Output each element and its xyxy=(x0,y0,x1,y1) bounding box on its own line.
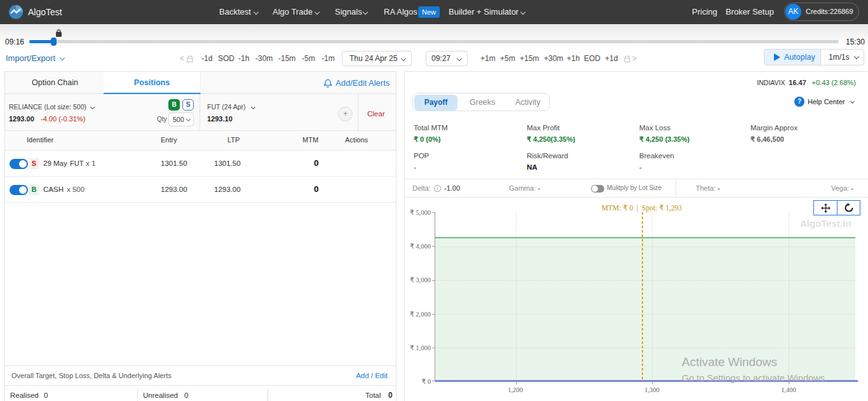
autoplay-group: Autoplay 1m/1s xyxy=(764,49,864,65)
payoff-chart xyxy=(435,212,855,381)
slider-track xyxy=(29,40,839,43)
nav-algotrade[interactable]: Algo Trade xyxy=(273,0,313,24)
toggle-2[interactable] xyxy=(10,185,28,195)
btn-sod[interactable]: SOD xyxy=(218,50,234,67)
btn--1d[interactable]: -1d xyxy=(201,50,212,67)
btn--30m[interactable]: -30m xyxy=(255,50,273,67)
tab-activity[interactable]: Activity xyxy=(515,93,541,112)
add-edit-alerts[interactable]: Add/Edit Alerts xyxy=(336,72,390,94)
activate-1: Activate Windows xyxy=(682,355,777,369)
tab-greeks[interactable]: Greeks xyxy=(470,93,495,112)
btn--5m[interactable]: -5m xyxy=(302,50,315,67)
autoplay-btn[interactable]: Autoplay xyxy=(764,50,820,65)
badge-new: New xyxy=(418,6,440,18)
controls-row: Import/Export < -1d SOD -1h -30m -15m -5… xyxy=(0,50,868,71)
greeks-bar: Delta: i -1.00 Gamma: - Mulitply by Lot … xyxy=(405,179,868,198)
btn--1m[interactable]: -1m xyxy=(322,50,335,67)
btn-eod[interactable]: EOD xyxy=(584,50,600,67)
nav-backtest[interactable]: Backtest xyxy=(219,0,251,24)
logo xyxy=(8,4,24,20)
btn-+15m[interactable]: +15m xyxy=(520,50,539,67)
btn--15m[interactable]: -15m xyxy=(278,50,295,67)
lot-toggle[interactable] xyxy=(591,185,604,193)
tab-positions[interactable]: Positions xyxy=(104,72,201,94)
position-row-2: B CASH x 500 1293.00 1293.00 0 xyxy=(5,177,396,203)
btn-+30m[interactable]: +30m xyxy=(544,50,563,67)
tab-option-chain[interactable]: Option Chain xyxy=(6,72,104,94)
btn-+1d[interactable]: +1d xyxy=(605,50,618,67)
header: AlgoTest Backtest Algo Trade Signals RA … xyxy=(0,0,868,24)
right-panel: INDIAVIX 16.47 +0.43 (2.68%) Payoff Gree… xyxy=(404,71,868,401)
instrument-row: RELIANCE (Lot size: 500) 1293.00 -4.00 (… xyxy=(5,94,396,131)
alerts-bar: Overall Target, Stop Loss, Delta & Under… xyxy=(5,365,396,386)
credits-pill[interactable]: AK Credits:226869 xyxy=(784,3,859,21)
btn-+1m[interactable]: +1m xyxy=(480,50,496,67)
help-center[interactable]: ? Help Center xyxy=(794,97,864,108)
btn--1h[interactable]: -1h xyxy=(238,50,249,67)
instrument-name[interactable]: RELIANCE (Lot size: 500) xyxy=(9,103,86,111)
slider-lock xyxy=(55,29,62,37)
nav-broker[interactable]: Broker Setup xyxy=(726,0,774,24)
tab-payoff[interactable]: Payoff xyxy=(414,95,458,111)
import-export[interactable]: Import/Export xyxy=(6,50,64,67)
nav-raalgos[interactable]: RA Algos xyxy=(384,0,417,24)
toggle-1[interactable] xyxy=(10,159,28,169)
date-select[interactable]: Thu 24 Apr 25 xyxy=(342,51,412,66)
btn-+1h[interactable]: +1h xyxy=(567,50,580,67)
sell-btn[interactable]: S xyxy=(182,99,194,111)
activate-2: Go to Settings to activate Windows. xyxy=(682,373,827,383)
time-start: 09:16 xyxy=(5,37,24,46)
time-slider-row: 09:16 15:30 xyxy=(0,24,868,50)
brand: AlgoTest xyxy=(28,0,62,24)
watermark: AlgoTest.in xyxy=(800,218,851,229)
algotest-simulator: AlgoTest Backtest Algo Trade Signals RA … xyxy=(0,0,868,401)
payoff-tabs: Payoff Greeks Activity xyxy=(412,93,550,111)
time-select[interactable]: 09:27 xyxy=(426,51,468,66)
left-panel: Option Chain Positions Add/Edit Alerts R… xyxy=(4,71,397,401)
position-tabs: Option Chain Positions Add/Edit Alerts xyxy=(5,72,396,94)
slider-handle[interactable] xyxy=(51,37,57,46)
speed-select[interactable]: 1m/1s xyxy=(820,50,865,65)
time-end: 15:30 xyxy=(846,37,865,46)
add-instrument[interactable]: + xyxy=(338,107,353,121)
buy-btn[interactable]: B xyxy=(168,99,180,111)
qty-select[interactable]: 500 xyxy=(168,112,194,126)
pnl-footer: Realised 0 Unrealised 0 Total 0 xyxy=(5,386,396,401)
table-header: Identifier Entry LTP MTM Actions xyxy=(5,131,396,151)
btn-+5m[interactable]: +5m xyxy=(500,50,515,67)
alerts-add-edit[interactable]: Add / Edit xyxy=(356,366,388,386)
nav-pricing[interactable]: Pricing xyxy=(692,0,717,24)
clear-btn[interactable]: Clear xyxy=(367,110,384,118)
nav-builder[interactable]: Builder + Simulator xyxy=(449,0,519,24)
fut-select[interactable]: FUT (24 Apr) xyxy=(207,103,246,111)
nav-signals[interactable]: Signals xyxy=(335,0,362,24)
position-row-1: S 29 May FUT x 1 1301.50 1301.50 0 xyxy=(5,151,396,177)
indiavix: INDIAVIX 16.47 +0.43 (2.68%) xyxy=(757,79,856,86)
